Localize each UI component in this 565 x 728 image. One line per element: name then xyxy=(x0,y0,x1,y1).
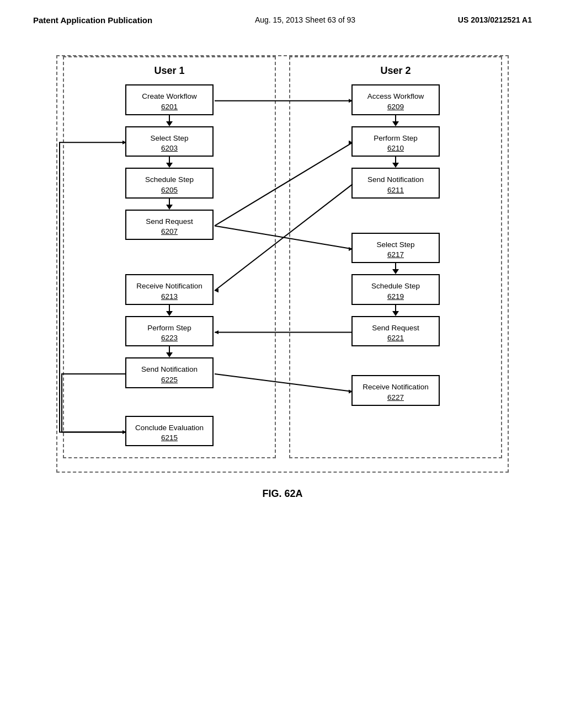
arrow-6209-6210 xyxy=(392,115,399,126)
box-6207: Send Request 6207 xyxy=(125,210,214,240)
box-6219: Schedule Step 6219 xyxy=(351,274,440,305)
box-6210: Perform Step 6210 xyxy=(351,126,440,157)
diagram-area: User 1 Create Workflow 6201 Select Step … xyxy=(56,55,509,500)
arrow-6219-6221 xyxy=(392,305,399,316)
page-header: Patent Application Publication Aug. 15, … xyxy=(0,0,565,25)
box-6221: Send Request 6221 xyxy=(351,316,440,347)
arrow-6213-6223 xyxy=(166,305,173,316)
box-6215: Conclude Evaluation 6215 xyxy=(125,416,214,447)
header-right: US 2013/0212521 A1 xyxy=(458,15,532,24)
box-6203: Select Step 6203 xyxy=(125,126,214,157)
user1-column: User 1 Create Workflow 6201 Select Step … xyxy=(63,56,276,458)
arrow-6201-6203 xyxy=(166,115,173,126)
box-6213: Receive Notification 6213 xyxy=(125,274,214,305)
box-6227: Receive Notification 6227 xyxy=(351,375,440,406)
box-6223: Perform Step 6223 xyxy=(125,316,214,347)
arrow-6210-6211 xyxy=(392,157,399,168)
user2-title: User 2 xyxy=(380,65,411,77)
arrow-6223-6225 xyxy=(166,346,173,357)
user2-column: User 2 Access Workflow 6209 Perform Step… xyxy=(289,56,502,458)
user1-title: User 1 xyxy=(154,65,184,77)
columns-wrapper: User 1 Create Workflow 6201 Select Step … xyxy=(63,56,502,458)
arrow-6217-6219 xyxy=(392,263,399,274)
header-center: Aug. 15, 2013 Sheet 63 of 93 xyxy=(255,15,355,24)
box-6217: Select Step 6217 xyxy=(351,233,440,264)
box-6205: Schedule Step 6205 xyxy=(125,168,214,199)
header-left: Patent Application Publication xyxy=(33,15,152,25)
outer-dashed-border: User 1 Create Workflow 6201 Select Step … xyxy=(56,55,509,473)
box-6211: Send Notification 6211 xyxy=(351,168,440,199)
arrow-6205-6207 xyxy=(166,199,173,210)
box-6209: Access Workflow 6209 xyxy=(351,84,440,115)
arrow-6203-6205 xyxy=(166,157,173,168)
figure-label: FIG. 62A xyxy=(56,488,509,500)
box-6201: Create Workflow 6201 xyxy=(125,84,214,115)
box-6225: Send Notification 6225 xyxy=(125,357,214,388)
